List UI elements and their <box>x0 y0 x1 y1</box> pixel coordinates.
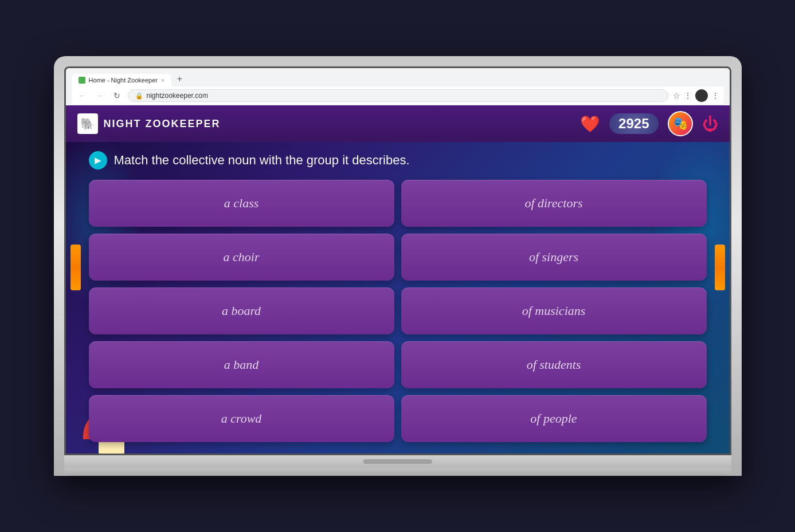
address-bar[interactable]: 🔒 nightzookeeper.com <box>128 89 668 102</box>
back-button[interactable]: ← <box>76 91 89 100</box>
score-text: 2925 <box>618 116 649 132</box>
laptop-screen: Home - Night Zookeeper × + ← → ↻ 🔒 night… <box>64 66 731 455</box>
answer-button-a-board[interactable]: a board <box>89 287 394 334</box>
browser-toolbar: ← → ↻ 🔒 nightzookeeper.com ☆ ⋮ ⋮ <box>72 86 724 105</box>
score-display: 2925 <box>609 113 658 134</box>
answer-button-of-directors[interactable]: of directors <box>401 180 707 227</box>
refresh-button[interactable]: ↻ <box>111 91 123 100</box>
question-icon: ▶ <box>89 151 107 170</box>
power-icon[interactable]: ⏻ <box>702 115 718 133</box>
tab-favicon <box>79 77 85 84</box>
answer-button-of-people[interactable]: of people <box>401 395 707 442</box>
top-right: ❤️ 2925 🎭 ⏻ <box>580 111 718 136</box>
lock-icon: 🔒 <box>135 92 143 100</box>
logo-text: NIGHT ZOOKEEPER <box>104 118 221 130</box>
avatar[interactable]: 🎭 <box>668 111 693 136</box>
avatar-emoji: 🎭 <box>672 116 688 131</box>
bookmark-icon[interactable]: ☆ <box>673 91 680 100</box>
browser-tab[interactable]: Home - Night Zookeeper × <box>72 74 171 86</box>
forward-button[interactable]: → <box>93 91 106 100</box>
user-circle[interactable] <box>695 89 708 102</box>
laptop-base <box>64 455 731 468</box>
answer-button-of-musicians[interactable]: of musicians <box>401 287 707 334</box>
new-tab-button[interactable]: + <box>173 72 187 86</box>
tab-title: Home - Night Zookeeper <box>89 77 158 84</box>
answer-button-of-singers[interactable]: of singers <box>401 234 707 281</box>
question-text: Match the collective noun with the group… <box>114 153 410 168</box>
answer-button-of-students[interactable]: of students <box>401 341 707 388</box>
laptop-outer: Home - Night Zookeeper × + ← → ↻ 🔒 night… <box>54 56 742 476</box>
logo-elephant: 🐘 <box>77 113 98 134</box>
answer-button-a-choir[interactable]: a choir <box>89 234 394 281</box>
heart-icon: ❤️ <box>580 115 600 133</box>
tab-close-button[interactable]: × <box>161 77 165 84</box>
question-area: ▶ Match the collective noun with the gro… <box>66 142 730 174</box>
laptop-bottom <box>64 468 731 476</box>
url-text: nightzookeeper.com <box>147 92 208 100</box>
answer-button-a-crowd[interactable]: a crowd <box>89 395 394 442</box>
answer-grid: a classof directorsa choirof singersa bo… <box>66 174 730 454</box>
browser-chrome: Home - Night Zookeeper × + ← → ↻ 🔒 night… <box>66 68 730 105</box>
answer-button-a-class[interactable]: a class <box>89 180 394 227</box>
laptop-wrapper: Home - Night Zookeeper × + ← → ↻ 🔒 night… <box>54 45 742 487</box>
extension-icon[interactable]: ⋮ <box>684 91 692 100</box>
top-bar: 🐘 NIGHT ZOOKEEPER ❤️ 2925 🎭 ⏻ <box>66 105 730 142</box>
logo-area: 🐘 NIGHT ZOOKEEPER <box>77 113 221 134</box>
answer-button-a-band[interactable]: a band <box>89 341 394 388</box>
game-area: 🐘 NIGHT ZOOKEEPER ❤️ 2925 🎭 ⏻ <box>66 105 730 454</box>
menu-icon[interactable]: ⋮ <box>711 91 719 100</box>
trackpad-notch <box>363 459 432 464</box>
